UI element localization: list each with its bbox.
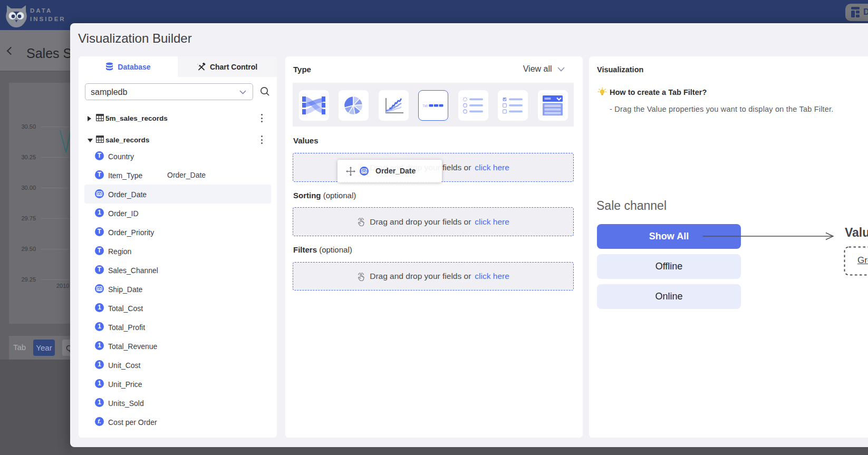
svg-text:Tab: Tab: [422, 104, 428, 108]
